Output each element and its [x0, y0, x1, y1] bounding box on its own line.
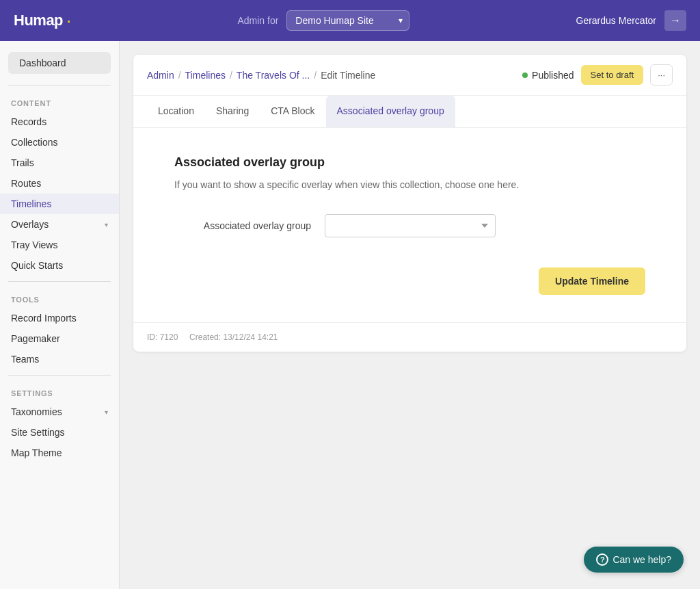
form-actions: Update Timeline	[174, 254, 645, 295]
help-icon: ?	[596, 553, 608, 566]
dashboard-button[interactable]: Dashboard	[8, 52, 111, 74]
sidebar-item-label: Routes	[11, 178, 41, 189]
help-button[interactable]: ? Can we help?	[584, 547, 684, 573]
sidebar-item-record-imports[interactable]: Record Imports	[0, 308, 119, 328]
sidebar-item-tray-views[interactable]: Tray Views	[0, 235, 119, 255]
help-label: Can we help?	[612, 554, 671, 565]
record-id: ID: 7120	[147, 332, 178, 342]
sidebar: Dashboard CONTENT Records Collections Tr…	[0, 41, 120, 589]
sidebar-item-timelines[interactable]: Timelines	[0, 194, 119, 214]
record-created: Created: 13/12/24 14:21	[189, 332, 278, 342]
more-options-button[interactable]: ···	[650, 64, 673, 86]
admin-for-label: Admin for	[237, 15, 278, 26]
nav-right: Gerardus Mercator →	[576, 10, 686, 31]
sidebar-item-label: Records	[11, 116, 46, 127]
tabs-bar: Location Sharing CTA Block Associated ov…	[133, 96, 686, 128]
sidebar-item-overlays[interactable]: Overlays ▾	[0, 214, 119, 235]
main-content: Admin / Timelines / The Travels Of ... /…	[120, 41, 700, 589]
form-section-title: Associated overlay group	[174, 155, 645, 170]
breadcrumb-timelines[interactable]: Timelines	[185, 70, 226, 81]
sidebar-item-label: Taxonomies	[11, 406, 62, 417]
sidebar-divider-2	[8, 281, 111, 282]
logout-button[interactable]: →	[664, 10, 686, 31]
sidebar-item-label: Site Settings	[11, 427, 65, 438]
sidebar-item-pagemaker[interactable]: Pagemaker	[0, 328, 119, 349]
logo-dot: ·	[66, 12, 71, 29]
breadcrumb-current: Edit Timeline	[321, 70, 375, 81]
logo[interactable]: Humap·	[14, 12, 71, 29]
form-label-overlay-group: Associated overlay group	[174, 220, 311, 231]
breadcrumb-sep-3: /	[314, 70, 317, 81]
sidebar-item-label: Teams	[11, 354, 39, 365]
user-name: Gerardus Mercator	[576, 15, 656, 26]
sidebar-item-map-theme[interactable]: Map Theme	[0, 443, 119, 463]
update-timeline-button[interactable]: Update Timeline	[539, 267, 645, 295]
nav-center: Admin for Demo Humap Site	[237, 10, 409, 31]
chevron-down-icon: ▾	[105, 408, 108, 416]
sidebar-item-quick-starts[interactable]: Quick Starts	[0, 255, 119, 276]
top-navigation: Humap· Admin for Demo Humap Site Gerardu…	[0, 0, 700, 41]
breadcrumb-sep-2: /	[230, 70, 232, 81]
sidebar-item-site-settings[interactable]: Site Settings	[0, 422, 119, 443]
site-selector[interactable]: Demo Humap Site	[286, 10, 409, 31]
breadcrumb-admin[interactable]: Admin	[147, 70, 174, 81]
sidebar-item-routes[interactable]: Routes	[0, 173, 119, 194]
chevron-down-icon: ▾	[105, 221, 108, 228]
sidebar-item-label: Record Imports	[11, 313, 77, 324]
logo-text: Humap	[14, 12, 63, 29]
sidebar-divider-3	[8, 375, 111, 376]
card-header: Admin / Timelines / The Travels Of ... /…	[133, 55, 686, 96]
sidebar-item-label: Trails	[11, 157, 34, 168]
breadcrumb-sep-1: /	[178, 70, 181, 81]
set-to-draft-button[interactable]: Set to draft	[581, 65, 644, 85]
sidebar-item-label: Pagemaker	[11, 333, 60, 344]
sidebar-item-label: Collections	[11, 137, 57, 148]
sidebar-item-label: Tray Views	[11, 239, 57, 250]
sidebar-item-trails[interactable]: Trails	[0, 153, 119, 173]
form-content: Associated overlay group If you want to …	[133, 128, 686, 322]
sidebar-item-label: Timelines	[11, 198, 51, 209]
tab-location[interactable]: Location	[147, 96, 205, 127]
tab-associated-overlay-group[interactable]: Associated overlay group	[326, 96, 455, 127]
status-label: Published	[532, 70, 574, 81]
settings-section-label: SETTINGS	[0, 381, 119, 402]
main-layout: Dashboard CONTENT Records Collections Tr…	[0, 41, 700, 589]
sidebar-item-teams[interactable]: Teams	[0, 349, 119, 369]
form-row-overlay-group: Associated overlay group	[174, 214, 645, 237]
tab-sharing[interactable]: Sharing	[205, 96, 260, 127]
sidebar-divider-1	[8, 85, 111, 86]
site-selector-wrapper: Demo Humap Site	[286, 10, 409, 31]
sidebar-item-records[interactable]: Records	[0, 112, 119, 132]
header-right: Published Set to draft ···	[522, 64, 673, 86]
tools-section-label: TOOLS	[0, 287, 119, 308]
status-dot	[522, 73, 528, 78]
tab-cta-block[interactable]: CTA Block	[260, 96, 325, 127]
breadcrumb: Admin / Timelines / The Travels Of ... /…	[147, 70, 375, 81]
card-footer: ID: 7120 Created: 13/12/24 14:21	[133, 322, 686, 352]
sidebar-item-label: Quick Starts	[11, 260, 63, 271]
status-indicator: Published	[522, 70, 574, 81]
sidebar-item-label: Overlays	[11, 219, 49, 230]
sidebar-item-taxonomies[interactable]: Taxonomies ▾	[0, 402, 119, 422]
sidebar-dashboard-section: Dashboard	[8, 52, 111, 74]
associated-overlay-group-select[interactable]	[325, 214, 496, 237]
breadcrumb-record-name[interactable]: The Travels Of ...	[237, 70, 310, 81]
content-section-label: CONTENT	[0, 91, 119, 112]
form-section-desc: If you want to show a specific overlay w…	[174, 178, 645, 192]
content-card: Admin / Timelines / The Travels Of ... /…	[133, 55, 686, 352]
sidebar-item-label: Map Theme	[11, 447, 62, 458]
sidebar-item-collections[interactable]: Collections	[0, 132, 119, 153]
